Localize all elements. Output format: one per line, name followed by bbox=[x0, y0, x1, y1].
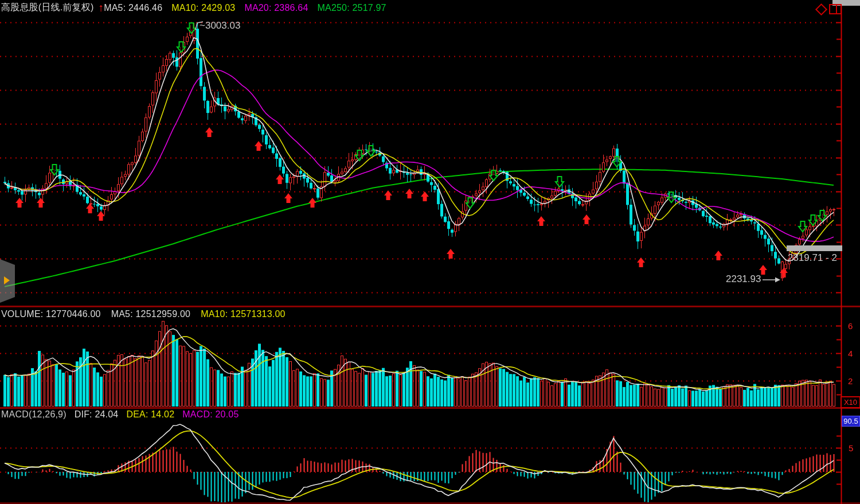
price-header: 高股息股(日线.前复权) ↑ MA5: 2446.46 MA10: 2429.0… bbox=[1, 2, 386, 14]
volume-value: VOLUME: 12770446.00 bbox=[1, 309, 101, 319]
up-arrow-icon: ↑ bbox=[99, 3, 104, 13]
ma10-value: MA10: 2429.03 bbox=[171, 3, 235, 13]
vol-axis-tick-4: 4 bbox=[848, 349, 853, 358]
window-pane-divider bbox=[836, 5, 837, 13]
ma5-value: MA5: 2446.46 bbox=[104, 3, 162, 13]
vol-unit-box: X10 bbox=[841, 396, 860, 408]
volume-header: VOLUME: 12770446.00 MA5: 12512959.00 MA1… bbox=[1, 309, 286, 319]
macd-header: MACD(12,26,9) DIF: 24.04 DEA: 14.02 MACD… bbox=[1, 409, 239, 420]
chart-canvas[interactable] bbox=[0, 0, 860, 504]
vol-axis-tick-6: 6 bbox=[848, 321, 853, 331]
sidebar-expander-flap[interactable] bbox=[0, 259, 15, 303]
peak-price-annotation: ~3003.03 bbox=[200, 20, 240, 32]
stock-title: 高股息股(日线.前复权) bbox=[1, 2, 94, 14]
level-band-label: 2319.71 - 2 bbox=[788, 252, 837, 264]
window-panes-icon[interactable] bbox=[829, 4, 842, 14]
dif-value: DIF: 24.04 bbox=[75, 409, 119, 420]
ma20-value: MA20: 2386.64 bbox=[244, 3, 308, 13]
volume-ma5-value: MA5: 12512959.00 bbox=[111, 309, 190, 319]
macd-name: MACD(12,26,9) bbox=[1, 409, 67, 420]
volume-ma10-value: MA10: 12571313.00 bbox=[201, 309, 286, 319]
level-band-bar bbox=[787, 245, 842, 251]
low-price-annotation: 2231.93 bbox=[726, 274, 761, 285]
vol-axis-tick-2: 2 bbox=[848, 376, 853, 386]
macd-value: MACD: 20.05 bbox=[182, 409, 239, 420]
ma250-value: MA250: 2517.97 bbox=[318, 3, 386, 13]
expand-right-icon bbox=[4, 276, 10, 284]
dea-value: DEA: 14.02 bbox=[126, 409, 174, 420]
macd-axis-tick-50: 5 bbox=[849, 443, 853, 453]
trading-app-root: { "header": { "title": "高股息股(日线.前复权)", "… bbox=[0, 0, 860, 504]
macd-current-value-box: 90.5 bbox=[842, 416, 860, 427]
